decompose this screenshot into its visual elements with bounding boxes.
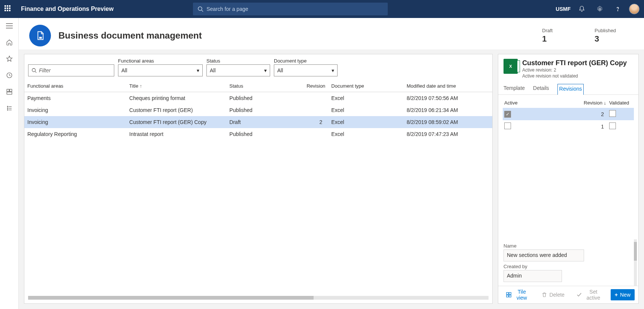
detail-toolbar: Tile view Delete Set active + New <box>498 286 638 303</box>
name-field[interactable]: New sections were added <box>504 249 584 261</box>
chevron-down-icon: ▾ <box>264 67 267 73</box>
detail-sub-active: Active revision: 2 <box>522 67 627 73</box>
search-icon <box>197 6 203 12</box>
revision-grid[interactable]: Active Revision Validated 21 <box>498 95 638 239</box>
col-modified[interactable]: Modified date and time <box>403 79 492 92</box>
help-icon[interactable] <box>611 2 625 16</box>
col-title[interactable]: Title <box>126 79 226 92</box>
stat-draft-label: Draft <box>542 28 575 33</box>
createdby-label: Created by <box>504 264 633 269</box>
combo-status-box[interactable]: All▾ <box>206 64 270 76</box>
stat-published-value: 3 <box>595 34 628 44</box>
validated-checkbox[interactable] <box>609 110 616 117</box>
svg-point-3 <box>617 10 618 11</box>
revcol-active[interactable]: Active <box>503 98 525 108</box>
svg-rect-9 <box>9 89 12 91</box>
combo-document-type: Document type All▾ <box>274 58 338 76</box>
combo-functional-areas-box[interactable]: All▾ <box>118 64 203 76</box>
stat-draft[interactable]: Draft 1 <box>536 28 581 44</box>
table-row[interactable]: InvoicingCustomer FTI report (GER)Publis… <box>24 104 492 116</box>
notifications-icon[interactable] <box>575 2 589 16</box>
settings-icon[interactable] <box>593 2 607 16</box>
table-row[interactable]: Regulatory ReportingIntrastat reportPubl… <box>24 128 492 140</box>
left-rail <box>0 18 19 309</box>
stat-published-label: Published <box>595 28 628 33</box>
createdby-field[interactable]: Admin <box>504 270 562 282</box>
filter-row: Functional areas All▾ Status All▾ Docume… <box>24 58 492 76</box>
stat-published[interactable]: Published 3 <box>589 28 634 44</box>
name-label: Name <box>504 243 633 249</box>
search-input[interactable] <box>206 6 383 12</box>
form-scrollbar[interactable] <box>634 239 637 286</box>
filter-input[interactable] <box>39 67 111 73</box>
revision-form: Name New sections were added Created by … <box>498 239 638 286</box>
hamburger-icon[interactable] <box>5 22 13 30</box>
detail-tabs: Template Details Revisions <box>498 81 638 95</box>
svg-line-1 <box>202 10 203 12</box>
chevron-down-icon: ▾ <box>332 67 334 73</box>
horizontal-scrollbar[interactable] <box>28 296 489 300</box>
table-row[interactable]: InvoicingCustomer FTI report (GER) CopyD… <box>24 116 492 128</box>
revcol-revision[interactable]: Revision <box>525 98 608 108</box>
col-functional-areas[interactable]: Functional areas <box>24 79 126 92</box>
detail-pane: X Customer FTI report (GER) Copy Active … <box>498 54 639 304</box>
document-grid[interactable]: Functional areas Title Status Revision D… <box>24 79 492 296</box>
svg-line-19 <box>35 72 37 73</box>
app-name: Finance and Operations Preview <box>21 6 114 12</box>
filter-input-wrap[interactable] <box>28 64 114 76</box>
plus-icon: + <box>615 292 618 298</box>
svg-point-11 <box>7 106 8 107</box>
detail-title: Customer FTI report (GER) Copy <box>522 59 627 67</box>
svg-point-0 <box>198 7 202 10</box>
page-header: Business document management Draft 1 Pub… <box>19 18 644 49</box>
combo-document-type-box[interactable]: All▾ <box>274 64 338 76</box>
svg-rect-20 <box>507 293 508 294</box>
set-active-button[interactable]: Set active <box>572 289 607 300</box>
validated-checkbox[interactable] <box>609 122 616 129</box>
active-checkbox[interactable] <box>504 111 511 118</box>
svg-rect-23 <box>509 295 511 297</box>
active-checkbox[interactable] <box>504 122 511 129</box>
svg-rect-10 <box>7 92 12 94</box>
revision-row[interactable]: 1 <box>503 120 634 133</box>
tile-icon <box>506 292 511 297</box>
user-avatar[interactable] <box>629 4 640 14</box>
col-revision[interactable]: Revision <box>297 79 329 92</box>
combo-status-label: Status <box>206 58 270 64</box>
col-document-type[interactable]: Document type <box>328 79 403 92</box>
svg-rect-21 <box>509 293 511 294</box>
svg-point-13 <box>7 109 8 110</box>
favorites-icon[interactable] <box>5 55 13 63</box>
tab-template[interactable]: Template <box>504 84 525 94</box>
tab-details[interactable]: Details <box>533 84 549 94</box>
revision-row[interactable]: 2 <box>503 108 634 120</box>
col-status[interactable]: Status <box>226 79 297 92</box>
chevron-down-icon: ▾ <box>197 67 199 73</box>
home-icon[interactable] <box>5 38 13 46</box>
top-nav: Finance and Operations Preview USMF <box>0 0 644 18</box>
app-launcher-icon[interactable] <box>4 5 12 13</box>
check-icon <box>577 292 582 297</box>
svg-rect-22 <box>507 295 508 297</box>
combo-functional-areas: Functional areas All▾ <box>118 58 203 76</box>
revcol-validated[interactable]: Validated <box>608 98 634 108</box>
page-title: Business document management <box>58 30 529 41</box>
combo-functional-areas-label: Functional areas <box>118 58 203 64</box>
workspaces-icon[interactable] <box>5 88 13 96</box>
table-row[interactable]: PaymentsCheques printing formatPublished… <box>24 92 492 104</box>
legal-entity[interactable]: USMF <box>556 6 571 12</box>
combo-document-type-label: Document type <box>274 58 338 64</box>
tile-view-button[interactable]: Tile view <box>502 289 534 300</box>
svg-rect-8 <box>7 89 9 91</box>
tab-revisions[interactable]: Revisions <box>557 84 584 95</box>
delete-button[interactable]: Delete <box>538 289 568 300</box>
modules-icon[interactable] <box>5 104 13 112</box>
filter-icon <box>31 68 37 73</box>
svg-point-2 <box>599 8 601 10</box>
excel-icon: X <box>504 59 518 74</box>
recent-icon[interactable] <box>5 71 13 79</box>
global-search[interactable] <box>193 3 388 15</box>
document-list-pane: Functional areas All▾ Status All▾ Docume… <box>24 54 493 304</box>
detail-sub-validated: Active revision not validated <box>522 73 627 79</box>
new-button[interactable]: + New <box>611 289 635 300</box>
